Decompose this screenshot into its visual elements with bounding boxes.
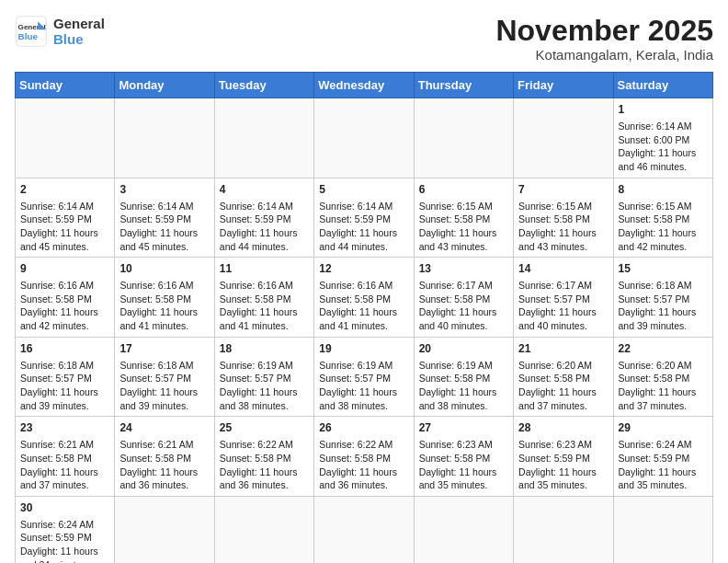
day-number: 17	[119, 341, 209, 357]
calendar-cell: 26Sunrise: 6:22 AM Sunset: 5:58 PM Dayli…	[314, 417, 414, 497]
calendar-cell	[414, 98, 513, 178]
day-info: Sunrise: 6:14 AM Sunset: 5:59 PM Dayligh…	[220, 200, 309, 254]
calendar-day-header: Thursday	[414, 73, 513, 98]
day-info: Sunrise: 6:19 AM Sunset: 5:57 PM Dayligh…	[220, 359, 309, 413]
calendar-cell: 12Sunrise: 6:16 AM Sunset: 5:58 PM Dayli…	[314, 258, 414, 338]
calendar-cell	[214, 496, 313, 563]
day-info: Sunrise: 6:22 AM Sunset: 5:58 PM Dayligh…	[319, 438, 408, 492]
day-number: 20	[419, 341, 508, 357]
calendar-table: SundayMondayTuesdayWednesdayThursdayFrid…	[15, 72, 713, 563]
calendar-cell	[414, 496, 513, 563]
calendar-cell: 24Sunrise: 6:21 AM Sunset: 5:58 PM Dayli…	[115, 417, 214, 497]
calendar-week-row: 23Sunrise: 6:21 AM Sunset: 5:58 PM Dayli…	[16, 417, 713, 497]
calendar-cell	[514, 496, 613, 563]
calendar-cell: 23Sunrise: 6:21 AM Sunset: 5:58 PM Dayli…	[16, 417, 115, 497]
day-number: 6	[419, 182, 508, 198]
logo: General Blue General Blue	[15, 15, 105, 48]
day-number: 11	[220, 261, 309, 277]
day-info: Sunrise: 6:20 AM Sunset: 5:58 PM Dayligh…	[619, 359, 708, 413]
calendar-day-header: Saturday	[613, 73, 712, 98]
calendar-cell: 15Sunrise: 6:18 AM Sunset: 5:57 PM Dayli…	[613, 258, 712, 338]
day-number: 24	[119, 420, 209, 436]
day-number: 16	[20, 341, 109, 357]
day-number: 13	[419, 261, 508, 277]
day-number: 4	[220, 182, 309, 198]
day-info: Sunrise: 6:21 AM Sunset: 5:58 PM Dayligh…	[20, 438, 109, 492]
day-info: Sunrise: 6:18 AM Sunset: 5:57 PM Dayligh…	[20, 359, 109, 413]
calendar-cell: 9Sunrise: 6:16 AM Sunset: 5:58 PM Daylig…	[16, 258, 115, 338]
day-number: 28	[518, 420, 608, 436]
calendar-cell: 6Sunrise: 6:15 AM Sunset: 5:58 PM Daylig…	[414, 178, 513, 258]
day-number: 7	[518, 182, 608, 198]
calendar-cell	[314, 496, 414, 563]
calendar-cell: 16Sunrise: 6:18 AM Sunset: 5:57 PM Dayli…	[16, 337, 115, 417]
calendar-cell	[16, 98, 115, 178]
logo-blue: Blue	[53, 31, 105, 47]
day-number: 19	[319, 341, 408, 357]
calendar-cell: 19Sunrise: 6:19 AM Sunset: 5:57 PM Dayli…	[314, 337, 414, 417]
calendar-cell: 10Sunrise: 6:16 AM Sunset: 5:58 PM Dayli…	[115, 258, 214, 338]
day-info: Sunrise: 6:15 AM Sunset: 5:58 PM Dayligh…	[419, 200, 508, 254]
day-number: 10	[119, 261, 209, 277]
calendar-day-header: Sunday	[16, 73, 115, 98]
day-number: 1	[619, 102, 708, 118]
calendar-cell: 29Sunrise: 6:24 AM Sunset: 5:59 PM Dayli…	[613, 417, 712, 497]
day-info: Sunrise: 6:16 AM Sunset: 5:58 PM Dayligh…	[220, 279, 309, 333]
calendar-cell: 2Sunrise: 6:14 AM Sunset: 5:59 PM Daylig…	[16, 178, 115, 258]
calendar-cell	[115, 496, 214, 563]
day-info: Sunrise: 6:16 AM Sunset: 5:58 PM Dayligh…	[119, 279, 209, 333]
calendar-cell: 3Sunrise: 6:14 AM Sunset: 5:59 PM Daylig…	[115, 178, 214, 258]
day-number: 21	[518, 341, 608, 357]
calendar-day-header: Tuesday	[214, 73, 313, 98]
day-info: Sunrise: 6:14 AM Sunset: 5:59 PM Dayligh…	[119, 200, 209, 254]
calendar-day-header: Friday	[514, 73, 613, 98]
day-number: 26	[319, 420, 408, 436]
day-info: Sunrise: 6:17 AM Sunset: 5:57 PM Dayligh…	[518, 279, 608, 333]
day-number: 8	[619, 182, 708, 198]
calendar-cell: 11Sunrise: 6:16 AM Sunset: 5:58 PM Dayli…	[214, 258, 313, 338]
day-number: 22	[619, 341, 708, 357]
day-number: 30	[20, 500, 109, 516]
calendar-cell: 18Sunrise: 6:19 AM Sunset: 5:57 PM Dayli…	[214, 337, 313, 417]
calendar-week-row: 2Sunrise: 6:14 AM Sunset: 5:59 PM Daylig…	[16, 178, 713, 258]
calendar-week-row: 9Sunrise: 6:16 AM Sunset: 5:58 PM Daylig…	[16, 258, 713, 338]
calendar-day-header: Wednesday	[314, 73, 414, 98]
calendar-cell: 17Sunrise: 6:18 AM Sunset: 5:57 PM Dayli…	[115, 337, 214, 417]
calendar-cell: 14Sunrise: 6:17 AM Sunset: 5:57 PM Dayli…	[514, 258, 613, 338]
day-info: Sunrise: 6:14 AM Sunset: 5:59 PM Dayligh…	[20, 200, 109, 254]
day-number: 15	[619, 261, 708, 277]
calendar-cell	[314, 98, 414, 178]
day-number: 3	[119, 182, 209, 198]
calendar-week-row: 1Sunrise: 6:14 AM Sunset: 6:00 PM Daylig…	[16, 98, 713, 178]
day-number: 5	[319, 182, 408, 198]
calendar-cell: 1Sunrise: 6:14 AM Sunset: 6:00 PM Daylig…	[613, 98, 712, 178]
calendar-cell: 5Sunrise: 6:14 AM Sunset: 5:59 PM Daylig…	[314, 178, 414, 258]
calendar-cell: 7Sunrise: 6:15 AM Sunset: 5:58 PM Daylig…	[514, 178, 613, 258]
day-info: Sunrise: 6:24 AM Sunset: 5:59 PM Dayligh…	[20, 518, 109, 563]
day-info: Sunrise: 6:15 AM Sunset: 5:58 PM Dayligh…	[518, 200, 608, 254]
day-number: 29	[619, 420, 708, 436]
day-info: Sunrise: 6:23 AM Sunset: 5:59 PM Dayligh…	[518, 438, 608, 492]
calendar-cell: 28Sunrise: 6:23 AM Sunset: 5:59 PM Dayli…	[514, 417, 613, 497]
svg-text:Blue: Blue	[18, 31, 39, 41]
calendar-cell: 13Sunrise: 6:17 AM Sunset: 5:58 PM Dayli…	[414, 258, 513, 338]
logo-icon: General Blue	[15, 15, 48, 48]
day-info: Sunrise: 6:19 AM Sunset: 5:58 PM Dayligh…	[419, 359, 508, 413]
day-info: Sunrise: 6:14 AM Sunset: 5:59 PM Dayligh…	[319, 200, 408, 254]
day-number: 2	[20, 182, 109, 198]
location: Kotamangalam, Kerala, India	[495, 47, 713, 63]
calendar-cell: 21Sunrise: 6:20 AM Sunset: 5:58 PM Dayli…	[514, 337, 613, 417]
calendar-cell: 25Sunrise: 6:22 AM Sunset: 5:58 PM Dayli…	[214, 417, 313, 497]
day-info: Sunrise: 6:23 AM Sunset: 5:58 PM Dayligh…	[419, 438, 508, 492]
calendar-cell	[514, 98, 613, 178]
calendar-header-row: SundayMondayTuesdayWednesdayThursdayFrid…	[16, 73, 713, 98]
day-info: Sunrise: 6:22 AM Sunset: 5:58 PM Dayligh…	[220, 438, 309, 492]
calendar-cell: 20Sunrise: 6:19 AM Sunset: 5:58 PM Dayli…	[414, 337, 513, 417]
calendar-cell: 30Sunrise: 6:24 AM Sunset: 5:59 PM Dayli…	[16, 496, 115, 563]
day-info: Sunrise: 6:16 AM Sunset: 5:58 PM Dayligh…	[319, 279, 408, 333]
calendar-week-row: 16Sunrise: 6:18 AM Sunset: 5:57 PM Dayli…	[16, 337, 713, 417]
calendar-cell	[115, 98, 214, 178]
calendar-cell: 27Sunrise: 6:23 AM Sunset: 5:58 PM Dayli…	[414, 417, 513, 497]
page-header: General Blue General Blue November 2025 …	[15, 15, 713, 63]
day-info: Sunrise: 6:18 AM Sunset: 5:57 PM Dayligh…	[119, 359, 209, 413]
